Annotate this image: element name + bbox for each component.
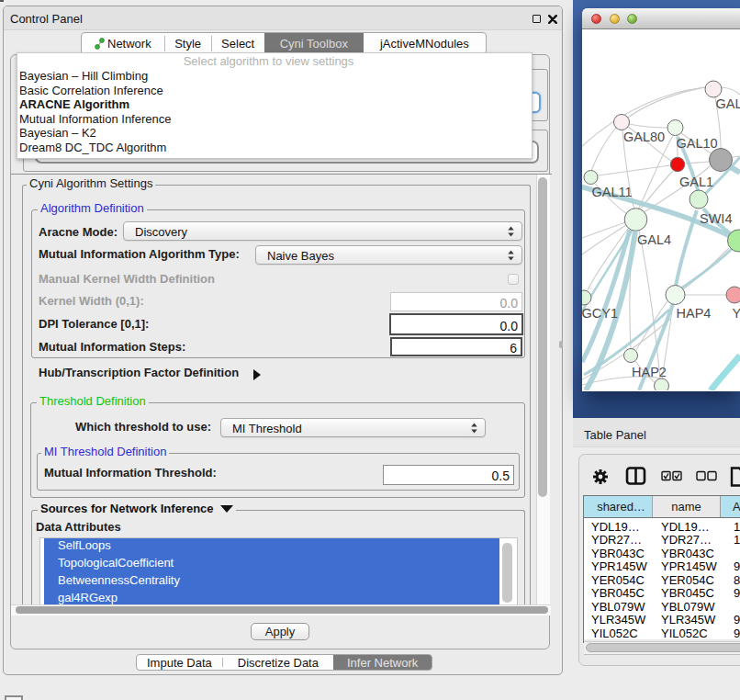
svg-text:HAP4: HAP4 — [677, 306, 712, 321]
svg-text:GAL1: GAL1 — [679, 175, 713, 189]
svg-text:Y: Y — [733, 306, 740, 321]
svg-text:GAL11: GAL11 — [592, 185, 633, 199]
svg-text:GAL4: GAL4 — [637, 232, 671, 247]
svg-text:HAP2: HAP2 — [632, 365, 667, 379]
svg-text:GAL80: GAL80 — [623, 130, 665, 144]
svg-text:GAL2: GAL2 — [716, 96, 740, 111]
svg-text:GCY1: GCY1 — [582, 306, 618, 321]
svg-text:SWI4: SWI4 — [700, 211, 732, 226]
svg-text:GAL10: GAL10 — [677, 136, 718, 151]
